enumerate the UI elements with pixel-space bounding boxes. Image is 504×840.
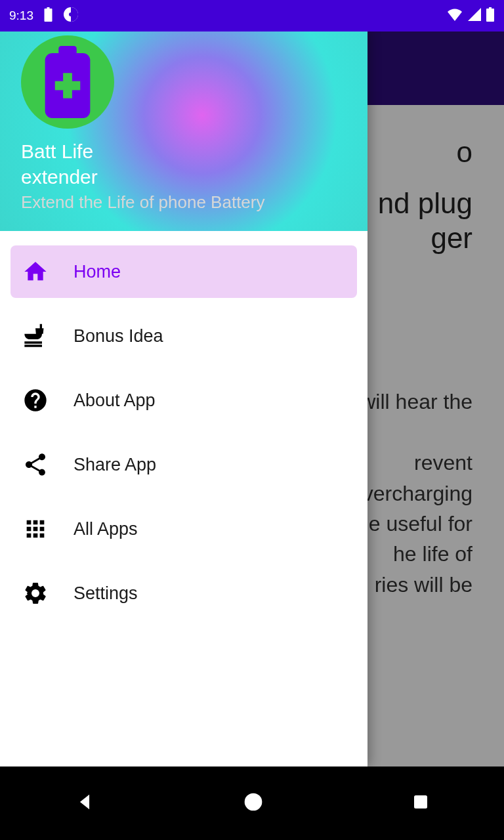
svg-rect-7 — [414, 795, 427, 808]
nav-item-share-app[interactable]: Share App — [10, 438, 357, 491]
nav-item-all-apps[interactable]: All Apps — [10, 503, 357, 555]
nav-label: Share App — [74, 455, 156, 475]
status-time: 9:13 — [9, 9, 33, 23]
fastfood-icon — [22, 323, 49, 349]
drawer-header: Batt Life extender Extend the Life of ph… — [0, 32, 368, 231]
nav-label: Home — [74, 262, 121, 282]
drawer-title: Batt Life extender — [21, 138, 346, 190]
nav-item-bonus-idea[interactable]: Bonus Idea — [10, 310, 357, 362]
nav-label: All Apps — [74, 519, 138, 539]
app-logo — [21, 35, 114, 129]
nav-item-about-app[interactable]: About App — [10, 374, 357, 427]
help-icon — [22, 387, 49, 413]
navigation-drawer: Batt Life extender Extend the Life of ph… — [0, 32, 368, 766]
app-status-icon — [63, 7, 79, 26]
status-right — [446, 7, 495, 25]
wifi-icon — [446, 8, 463, 24]
nav-item-home[interactable]: Home — [10, 245, 357, 298]
status-left: 9:13 — [9, 7, 79, 26]
svg-point-6 — [245, 793, 262, 811]
svg-rect-5 — [55, 81, 81, 91]
drawer-nav: Home Bonus Idea About App Share App All — [0, 231, 368, 620]
nav-item-settings[interactable]: Settings — [10, 567, 357, 620]
home-button[interactable] — [243, 791, 264, 815]
cell-signal-icon — [467, 8, 482, 24]
status-bar: 9:13 — [0, 0, 504, 32]
settings-icon — [22, 580, 49, 606]
share-icon — [22, 452, 49, 478]
home-icon — [22, 259, 49, 285]
nav-label: Bonus Idea — [74, 326, 163, 346]
nav-label: Settings — [74, 583, 138, 604]
battery-status-icon — [44, 7, 52, 25]
apps-icon — [22, 516, 49, 542]
system-nav-bar — [0, 766, 504, 840]
nav-label: About App — [74, 390, 156, 411]
svg-point-1 — [69, 12, 73, 16]
drawer-subtitle: Extend the Life of phone Battery — [21, 192, 346, 213]
recent-apps-button[interactable] — [411, 792, 430, 814]
back-button[interactable] — [74, 791, 96, 816]
battery-icon — [486, 7, 495, 25]
